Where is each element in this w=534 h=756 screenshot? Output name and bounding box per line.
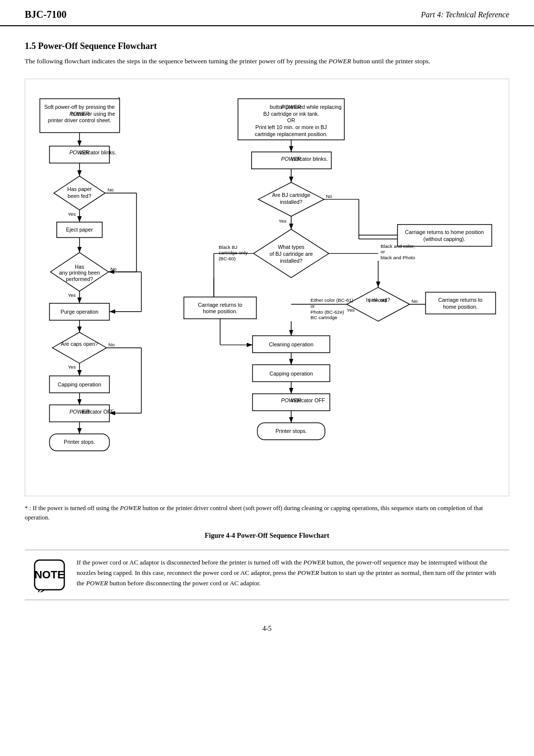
svg-text:indecator OFF: indecator OFF — [291, 398, 325, 404]
svg-text:Eject paper: Eject paper — [66, 227, 93, 233]
svg-text:Has paper: Has paper — [67, 186, 92, 192]
svg-text:been fed?: been fed? — [68, 193, 91, 199]
note-icon: NOTE — [32, 558, 67, 592]
svg-text:Carriage returns to: Carriage returns to — [198, 302, 242, 308]
svg-text:button or using the: button or using the — [71, 111, 115, 117]
svg-text:(Ink-out): (Ink-out) — [368, 297, 386, 303]
svg-text:Either color (BC-61): Either color (BC-61) — [311, 297, 353, 303]
svg-text:No: No — [411, 298, 418, 304]
note-text: If the power cord or AC adaptor is disco… — [77, 558, 502, 588]
svg-text:Yes: Yes — [68, 293, 76, 298]
svg-text:Has: Has — [75, 264, 84, 270]
svg-text:Soft power-off by pressing the: Soft power-off by pressing the — [44, 104, 115, 110]
svg-text:installed?: installed? — [280, 199, 302, 205]
svg-text:or: or — [381, 249, 385, 255]
svg-text:Yes: Yes — [68, 211, 76, 217]
svg-text:Printer stops.: Printer stops. — [64, 439, 95, 445]
svg-text:performed?: performed? — [66, 276, 93, 282]
svg-text:indicator blinks.: indicator blinks. — [291, 156, 328, 162]
svg-text:Capping operation: Capping operation — [269, 371, 313, 377]
svg-text:No: No — [326, 193, 332, 199]
flowchart-svg: Soft power-off by pressing the POWER but… — [30, 89, 504, 486]
svg-text:What types: What types — [278, 244, 305, 250]
svg-text:Yes: Yes — [347, 307, 355, 313]
header-right: Part 4: Technical Reference — [421, 10, 509, 19]
svg-marker-96 — [347, 287, 409, 321]
svg-text:BC cartridge: BC cartridge — [311, 315, 337, 321]
svg-text:Cleaning operation: Cleaning operation — [269, 341, 313, 347]
section-title: 1.5 Power-Off Sequence Flowchart — [25, 41, 509, 51]
intro-text: The following flowchart indicates the st… — [25, 56, 509, 66]
svg-text:or: or — [311, 303, 315, 309]
flowchart: Soft power-off by pressing the POWER but… — [25, 79, 509, 496]
note-box: NOTE If the power cord or AC adaptor is … — [25, 550, 509, 600]
svg-text:Carriage returns to: Carriage returns to — [438, 297, 483, 303]
svg-text:BJ cartridge or ink tank.: BJ cartridge or ink tank. — [263, 111, 319, 117]
svg-text:of BJ cartridge are: of BJ cartridge are — [269, 251, 313, 257]
svg-text:Are caps open?: Are caps open? — [61, 341, 98, 347]
svg-text:No: No — [108, 342, 115, 347]
svg-text:(without capping).: (without capping). — [423, 236, 465, 242]
svg-text:No: No — [107, 187, 114, 192]
header: BJC-7100 Part 4: Technical Reference — [0, 0, 534, 26]
svg-text:Print left 10 min. or more in : Print left 10 min. or more in BJ — [256, 124, 327, 130]
svg-text:(BC-60): (BC-60) — [219, 256, 235, 261]
figure-caption: Figure 4-4 Power-Off Sequence Flowchart — [25, 532, 509, 540]
svg-text:*: * — [118, 95, 120, 101]
svg-rect-102 — [426, 292, 496, 314]
svg-text:Yes: Yes — [68, 364, 76, 370]
svg-text:Carriage returns to home posit: Carriage returns to home position — [405, 229, 484, 235]
svg-text:cartridge only: cartridge only — [219, 250, 248, 256]
svg-marker-31 — [52, 332, 106, 364]
svg-text:indicator blinks.: indicator blinks. — [80, 149, 116, 155]
page-number: 4-5 — [263, 625, 272, 632]
header-left: BJC-7100 — [25, 9, 66, 20]
svg-text:button pressed while replacing: button pressed while replacing — [270, 104, 342, 110]
svg-text:black and Photo: black and Photo — [381, 255, 416, 260]
svg-rect-87 — [184, 297, 257, 319]
page: BJC-7100 Part 4: Technical Reference 1.5… — [0, 0, 534, 756]
svg-text:indicator OFF: indicator OFF — [82, 409, 114, 415]
main-content: 1.5 Power-Off Sequence Flowchart The fol… — [0, 26, 534, 615]
svg-text:home position.: home position. — [203, 309, 237, 315]
svg-text:installed?: installed? — [280, 258, 302, 264]
footer: 4-5 — [0, 615, 534, 638]
svg-text:Black BJ: Black BJ — [219, 244, 237, 250]
svg-text:NOTE: NOTE — [34, 568, 64, 581]
svg-text:cartridge replacement position: cartridge replacement position. — [255, 131, 327, 137]
svg-text:any printing been: any printing been — [59, 270, 99, 276]
svg-text:Photo (BC-62e): Photo (BC-62e) — [311, 309, 344, 315]
svg-text:Yes: Yes — [278, 218, 286, 224]
svg-text:Purge operation: Purge operation — [60, 309, 98, 315]
svg-text:home position.: home position. — [443, 304, 478, 310]
svg-text:Black and color,: Black and color, — [381, 243, 415, 249]
svg-text:Printer stops.: Printer stops. — [275, 428, 307, 434]
svg-text:Are BJ cartridge: Are BJ cartridge — [272, 192, 310, 198]
svg-text:printer driver control sheet.: printer driver control sheet. — [48, 118, 111, 124]
svg-text:OR: OR — [287, 118, 295, 124]
footnote: * : If the power is turned off using the… — [25, 504, 509, 522]
svg-text:No: No — [110, 266, 117, 272]
svg-text:Capping operation: Capping operation — [58, 381, 101, 387]
